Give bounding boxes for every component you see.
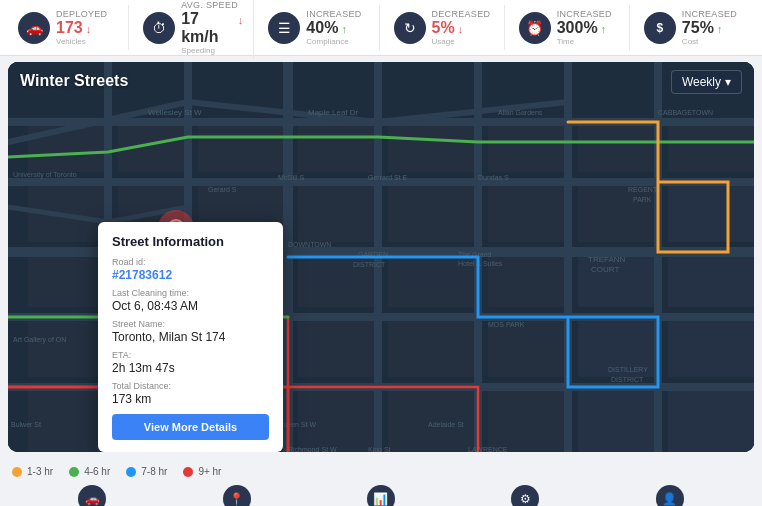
svg-text:Gerrard St E: Gerrard St E: [368, 174, 408, 181]
speeding-icon: ⏱: [143, 12, 175, 44]
compliance-value: 40%: [306, 19, 338, 37]
svg-rect-40: [578, 387, 658, 452]
vehicles-arrow: ↓: [86, 23, 92, 35]
svg-text:Art Gallery of ON: Art Gallery of ON: [13, 336, 66, 344]
svg-text:TREFANN: TREFANN: [588, 255, 626, 264]
cost-label: Cost: [682, 37, 737, 46]
road-label: Road id:: [112, 257, 269, 267]
svg-rect-18: [28, 252, 108, 307]
svg-text:CABBAGETOWN: CABBAGETOWN: [658, 109, 713, 116]
stat-time: ⏰ Increased 300% ↑ Time: [509, 5, 630, 50]
svg-text:PARK: PARK: [633, 196, 652, 203]
legend-item-7hr: 7-8 hr: [126, 466, 167, 477]
stat-cost: $ Increased 75% ↑ Cost: [634, 5, 754, 50]
svg-text:Dundas S: Dundas S: [478, 174, 509, 181]
legend-label-1hr: 1-3 hr: [27, 466, 53, 477]
svg-text:MOS PARK: MOS PARK: [488, 321, 525, 328]
map-title: Winter Streets: [20, 72, 128, 90]
cleaning-label: Last Cleaning time:: [112, 288, 269, 298]
nav-map-icon[interactable]: 📍: [223, 485, 251, 506]
svg-text:Queen St W: Queen St W: [278, 421, 317, 429]
svg-text:Allan Gardens: Allan Gardens: [498, 109, 543, 116]
compliance-sublabel: Increased: [306, 9, 361, 19]
usage-arrow: ↓: [458, 23, 464, 35]
svg-text:DISTRICT: DISTRICT: [353, 261, 386, 268]
usage-label: Usage: [432, 37, 491, 46]
svg-text:Gerard S: Gerard S: [208, 186, 237, 193]
legend-dot-4hr: [69, 467, 79, 477]
nav-profile-icon[interactable]: 👤: [656, 485, 684, 506]
legend-item-1hr: 1-3 hr: [12, 466, 53, 477]
usage-icon: ↻: [394, 12, 426, 44]
svg-rect-15: [488, 182, 568, 242]
stat-vehicles: 🚗 Deployed 173 ↓ Vehicles: [8, 5, 129, 50]
svg-text:Wellesley St W: Wellesley St W: [148, 108, 202, 117]
svg-rect-4: [198, 122, 288, 172]
compliance-arrow: ↑: [341, 23, 347, 35]
cost-value: 75%: [682, 19, 714, 37]
compliance-label: Compliance: [306, 37, 361, 46]
compliance-icon: ☰: [268, 12, 300, 44]
nav-settings-icon[interactable]: ⚙: [511, 485, 539, 506]
svg-rect-30: [388, 317, 478, 377]
eta-value: 2h 13m 47s: [112, 361, 269, 375]
svg-text:Bulwer St: Bulwer St: [11, 421, 41, 428]
svg-rect-14: [388, 182, 478, 242]
legend-item-9hr: 9+ hr: [183, 466, 221, 477]
svg-text:Hotel & Suites: Hotel & Suites: [458, 260, 503, 267]
popup-title: Street Information: [112, 234, 269, 249]
svg-rect-37: [298, 387, 378, 452]
time-value: 300%: [557, 19, 598, 37]
stat-usage: ↻ Decreased 5% ↓ Usage: [384, 5, 505, 50]
svg-rect-5: [298, 122, 378, 172]
cost-sublabel: Increased: [682, 9, 737, 19]
svg-rect-13: [298, 182, 378, 242]
cost-arrow: ↑: [717, 23, 723, 35]
legend-dot-1hr: [12, 467, 22, 477]
legend-item-4hr: 4-6 hr: [69, 466, 110, 477]
svg-rect-29: [298, 317, 378, 377]
legend-dot-9hr: [183, 467, 193, 477]
period-arrow: ▾: [725, 75, 731, 89]
speeding-value: 17 km/h: [181, 10, 235, 45]
period-selector[interactable]: Weekly ▾: [671, 70, 742, 94]
svg-rect-39: [488, 387, 568, 452]
distance-value: 173 km: [112, 392, 269, 406]
svg-text:DISTILLERY: DISTILLERY: [608, 366, 648, 373]
street-info-popup: Street Information Road id: #21783612 La…: [98, 222, 283, 452]
svg-text:Maple Leaf Dr: Maple Leaf Dr: [308, 108, 359, 117]
svg-text:McGill S: McGill S: [278, 174, 304, 181]
legend-bar: 1-3 hr 4-6 hr 7-8 hr 9+ hr: [0, 458, 762, 481]
vehicles-label: Vehicles: [56, 37, 107, 46]
time-label: Time: [557, 37, 612, 46]
svg-text:Adelaide St: Adelaide St: [428, 421, 464, 428]
view-details-button[interactable]: View More Details: [112, 414, 269, 440]
svg-text:DISTRICT: DISTRICT: [611, 376, 644, 383]
svg-rect-26: [28, 317, 108, 377]
svg-rect-7: [488, 122, 568, 172]
vehicles-value: 173: [56, 19, 83, 37]
svg-rect-34: [28, 387, 108, 452]
road-link[interactable]: #21783612: [112, 268, 172, 282]
svg-text:LAWRENCE: LAWRENCE: [468, 446, 508, 452]
nav-vehicles-icon[interactable]: 🚗: [78, 485, 106, 506]
speeding-label: Speeding: [181, 46, 243, 55]
stat-compliance: ☰ Increased 40% ↑ Compliance: [258, 5, 379, 50]
nav-stats-icon[interactable]: 📊: [367, 485, 395, 506]
svg-text:King St: King St: [368, 446, 391, 452]
road-value: #21783612: [112, 268, 269, 282]
map-container: Maple Leaf Dr Wellesley St W Allan Garde…: [8, 62, 754, 452]
svg-text:REGENT: REGENT: [628, 186, 658, 193]
svg-text:Richmond St W: Richmond St W: [288, 446, 337, 452]
svg-text:COURT: COURT: [591, 265, 619, 274]
usage-value: 5%: [432, 19, 455, 37]
cleaning-value: Oct 6, 08:43 AM: [112, 299, 269, 313]
svg-rect-38: [388, 387, 478, 452]
speeding-sublabel: Avg. Speed: [181, 0, 243, 10]
time-arrow: ↑: [601, 23, 607, 35]
svg-rect-9: [668, 122, 754, 172]
speeding-arrow: ↓: [238, 14, 244, 26]
legend-label-7hr: 7-8 hr: [141, 466, 167, 477]
svg-text:University of Toronto: University of Toronto: [13, 171, 77, 179]
bottom-bar: 🚗 📍 📊 ⚙ 👤: [0, 481, 762, 506]
